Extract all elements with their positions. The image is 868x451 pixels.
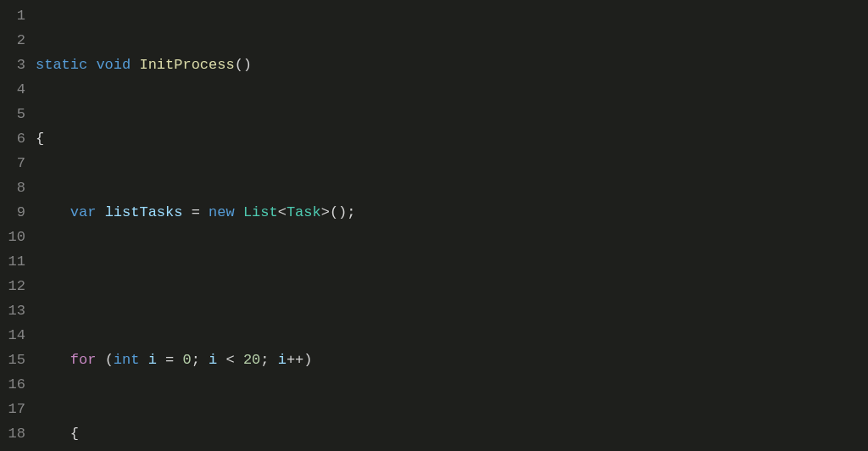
- number: 20: [243, 352, 260, 368]
- variable: i: [278, 352, 287, 368]
- keyword: var: [70, 204, 97, 220]
- code-line[interactable]: var listTasks = new List<Task>();: [36, 200, 868, 225]
- line-number: 9: [0, 200, 25, 225]
- type: Task: [287, 204, 321, 220]
- punctuation: ;: [192, 352, 200, 368]
- line-number: 3: [0, 53, 25, 77]
- line-number: 14: [0, 323, 25, 348]
- line-number: 17: [0, 397, 25, 421]
- code-line[interactable]: for (int i = 0; i < 20; i++): [36, 348, 868, 372]
- line-number: 4: [0, 77, 25, 102]
- line-number: 2: [0, 28, 25, 53]
- operator: <: [225, 352, 234, 368]
- punctuation: {: [36, 131, 44, 147]
- line-number: 5: [0, 102, 25, 126]
- line-number: 15: [0, 348, 25, 372]
- punctuation: >();: [321, 204, 356, 220]
- line-number: 11: [0, 249, 25, 274]
- code-editor[interactable]: 1 2 3 4 5 6 7 8 9 10 11 12 13 14 15 16 1…: [0, 3, 868, 448]
- line-number: 6: [0, 126, 25, 151]
- line-number: 10: [0, 225, 25, 249]
- keyword: static: [36, 57, 87, 73]
- punctuation: <: [278, 204, 287, 220]
- variable: listTasks: [105, 204, 183, 220]
- punctuation: ;: [260, 352, 269, 368]
- keyword: void: [96, 57, 131, 73]
- variable: i: [148, 352, 157, 368]
- line-number: 18: [0, 421, 25, 446]
- operator: =: [192, 204, 200, 220]
- keyword: new: [209, 204, 235, 220]
- line-number-gutter: 1 2 3 4 5 6 7 8 9 10 11 12 13 14 15 16 1…: [0, 3, 36, 448]
- type: List: [243, 204, 278, 220]
- method-name: InitProcess: [139, 57, 234, 73]
- code-line[interactable]: {: [36, 126, 868, 151]
- line-number: 12: [0, 274, 25, 298]
- code-line[interactable]: static void InitProcess(): [36, 53, 868, 77]
- keyword: for: [70, 352, 97, 368]
- punctuation: ++): [287, 352, 313, 368]
- line-number: 7: [0, 151, 25, 175]
- line-number: 13: [0, 298, 25, 323]
- line-number: 8: [0, 175, 25, 200]
- punctuation: (: [105, 352, 114, 368]
- line-number: 16: [0, 372, 25, 397]
- operator: =: [165, 352, 174, 368]
- keyword: int: [114, 352, 140, 368]
- punctuation: {: [70, 426, 79, 442]
- code-content[interactable]: static void InitProcess() { var listTask…: [36, 3, 868, 448]
- punctuation: (): [235, 57, 252, 73]
- number: 0: [182, 352, 191, 368]
- variable: i: [209, 352, 217, 368]
- code-line[interactable]: {: [36, 421, 868, 446]
- code-line[interactable]: [36, 274, 868, 298]
- line-number: 1: [0, 3, 25, 28]
